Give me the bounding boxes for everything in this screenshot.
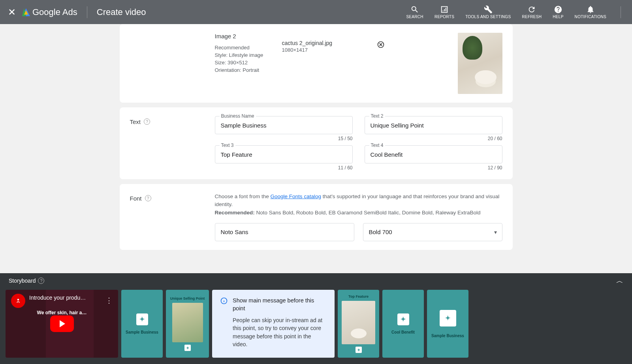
search-icon — [410, 5, 419, 14]
fonts-catalog-link[interactable]: Google Fonts catalog — [271, 193, 321, 199]
text-section-label: Text — [130, 118, 141, 125]
reports-button[interactable]: REPORTS — [434, 5, 454, 19]
field-label: Text 4 — [369, 143, 385, 148]
logo-icon — [22, 8, 30, 16]
char-counter: 15 / 50 — [215, 136, 353, 141]
brand-text: Google Ads — [32, 7, 77, 17]
field-label: Business Name — [220, 113, 256, 119]
refresh-icon — [527, 5, 536, 14]
bell-icon — [586, 5, 595, 14]
text3-input[interactable] — [215, 145, 353, 163]
refresh-button[interactable]: REFRESH — [522, 5, 542, 19]
divider — [87, 6, 87, 18]
image-style: Style: Lifestyle image — [215, 52, 274, 59]
image-rec: Recommended — [215, 44, 274, 52]
notifications-button[interactable]: NOTIFICATIONS — [575, 5, 606, 19]
image-size: Size: 390×512 — [215, 59, 274, 67]
image-dimensions: 1080×1417 — [282, 47, 369, 53]
divider — [621, 6, 621, 18]
text2-input[interactable] — [365, 116, 502, 134]
help-icon[interactable]: ? — [144, 118, 150, 125]
font-weight-select[interactable] — [363, 223, 502, 241]
help-button[interactable]: HELP — [553, 5, 563, 19]
remove-image-button[interactable] — [377, 33, 385, 50]
image-filename: cactus 2_original.jpg — [282, 40, 369, 46]
text-card: Text ? Business Name 15 / 50 Text 2 20 /… — [120, 107, 513, 179]
search-button[interactable]: SEARCH — [406, 5, 423, 19]
char-counter: 20 / 60 — [365, 136, 502, 141]
close-icon[interactable]: ✕ — [8, 7, 16, 18]
font-card: Font ? Choose a font from the Google Fon… — [120, 184, 513, 250]
image-title: Image 2 — [215, 33, 274, 39]
text4-input[interactable] — [365, 145, 502, 163]
field-label: Text 3 — [220, 143, 235, 148]
char-counter: 12 / 90 — [365, 165, 502, 171]
page-title: Create video — [97, 7, 146, 17]
google-ads-logo: Google Ads — [22, 7, 77, 17]
reports-icon — [440, 5, 449, 14]
char-counter: 11 / 60 — [215, 165, 353, 171]
help-icon[interactable]: ? — [145, 195, 151, 201]
close-circle-icon — [377, 41, 385, 49]
tools-button[interactable]: TOOLS AND SETTINGS — [465, 5, 511, 19]
font-family-input[interactable] — [215, 223, 354, 241]
font-section-label: Font — [130, 195, 142, 202]
image-orientation: Orientation: Portrait — [215, 67, 274, 74]
font-description: Choose a font from the Google Fonts cata… — [215, 193, 502, 217]
image-card: Image 2 Recommended Style: Lifestyle ima… — [120, 24, 513, 103]
image-thumbnail[interactable] — [458, 33, 502, 94]
wrench-icon — [484, 5, 493, 14]
field-label: Text 2 — [369, 113, 385, 119]
help-icon — [554, 5, 562, 14]
